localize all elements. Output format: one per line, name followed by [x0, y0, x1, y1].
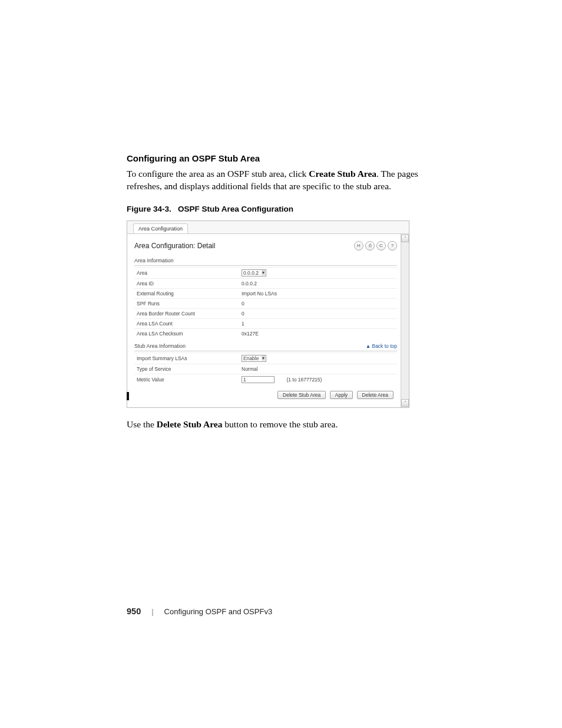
metric-cell: 1 (1 to 16777215): [239, 374, 397, 385]
help-icon[interactable]: ?: [388, 241, 397, 251]
import-lsas-cell: Enable: [239, 353, 397, 364]
section-area-information: Area Information: [134, 255, 397, 266]
tos-value: Normal: [239, 364, 397, 374]
metric-label: Metric Value: [134, 374, 239, 385]
scroll-down-icon[interactable]: ˅: [401, 399, 409, 407]
page-number: 950: [127, 607, 141, 616]
intro-text-a: To configure the area as an OSPF stub ar…: [127, 169, 309, 179]
import-lsas-label: Import Summary LSAs: [134, 353, 239, 364]
section1-label: Area Information: [134, 258, 174, 263]
abr-count-label: Area Border Router Count: [134, 308, 239, 318]
intro-bold: Create Stub Area: [309, 169, 376, 179]
tos-label: Type of Service: [134, 364, 239, 374]
figure-caption: Figure 34-3. OSPF Stub Area Configuratio…: [127, 205, 435, 213]
button-row: Delete Stub Area Apply Delete Area: [134, 385, 397, 403]
post-c: button to remove the stub area.: [222, 419, 338, 429]
abr-count-value: 0: [239, 308, 397, 318]
figure-label: Figure 34-3.: [127, 205, 171, 213]
area-info-table: Area 0.0.0.2 Area ID 0.0.0.2 External Ro…: [134, 267, 397, 338]
spf-runs-value: 0: [239, 298, 397, 308]
import-lsas-select[interactable]: Enable: [242, 355, 266, 362]
chapter-title: Configuring OSPF and OSPFv3: [164, 607, 273, 616]
vertical-scrollbar[interactable]: ˄ ˅: [401, 234, 409, 407]
page-mark: [127, 392, 129, 400]
figure-title: OSPF Stub Area Configuration: [178, 205, 293, 213]
post-a: Use the: [127, 419, 157, 429]
scroll-up-icon[interactable]: ˄: [401, 235, 409, 242]
section2-label: Stub Area Information: [134, 343, 186, 349]
tab-area-configuration[interactable]: Area Configuration: [133, 223, 188, 233]
back-to-top-link[interactable]: ▲ Back to top: [366, 343, 397, 349]
panel-title: Area Configuration: Detail: [134, 242, 215, 250]
area-id-label: Area ID: [134, 278, 239, 288]
lsa-count-value: 1: [239, 318, 397, 328]
lsa-cksum-label: Area LSA Checksum: [134, 328, 239, 338]
section-stub-area-information: Stub Area Information ▲ Back to top: [134, 341, 397, 351]
apply-button[interactable]: Apply: [330, 391, 353, 399]
delete-area-button[interactable]: Delete Area: [357, 391, 394, 399]
stub-info-table: Import Summary LSAs Enable Type of Servi…: [134, 353, 397, 385]
print-icon[interactable]: ⎙: [365, 241, 375, 251]
tab-bar: Area Configuration: [127, 221, 409, 234]
metric-range: (1 to 16777215): [286, 377, 322, 383]
metric-input[interactable]: 1: [242, 376, 275, 383]
lsa-cksum-value: 0x127E: [239, 328, 397, 338]
save-icon[interactable]: H: [354, 241, 363, 251]
area-select-cell: 0.0.0.2: [239, 267, 397, 278]
spf-runs-label: SPF Runs: [134, 298, 239, 308]
ext-routing-label: External Routing: [134, 288, 239, 298]
delete-stub-area-button[interactable]: Delete Stub Area: [277, 391, 326, 399]
area-label: Area: [134, 267, 239, 278]
footer-divider: |: [151, 607, 153, 616]
post-b: Delete Stub Area: [157, 419, 223, 429]
area-id-value: 0.0.0.2: [239, 278, 397, 288]
toolbar-icons: H ⎙ C ?: [354, 241, 397, 251]
page-footer: 950 | Configuring OSPF and OSPFv3: [127, 607, 272, 616]
intro-paragraph: To configure the area as an OSPF stub ar…: [127, 168, 435, 193]
lsa-count-label: Area LSA Count: [134, 318, 239, 328]
ext-routing-value: Import No LSAs: [239, 288, 397, 298]
section-heading: Configuring an OSPF Stub Area: [127, 153, 435, 163]
area-select[interactable]: 0.0.0.2: [242, 269, 266, 276]
post-paragraph: Use the Delete Stub Area button to remov…: [127, 419, 435, 431]
screenshot-window: Area Configuration Area Configuration: D…: [127, 220, 409, 408]
refresh-icon[interactable]: C: [376, 241, 386, 251]
